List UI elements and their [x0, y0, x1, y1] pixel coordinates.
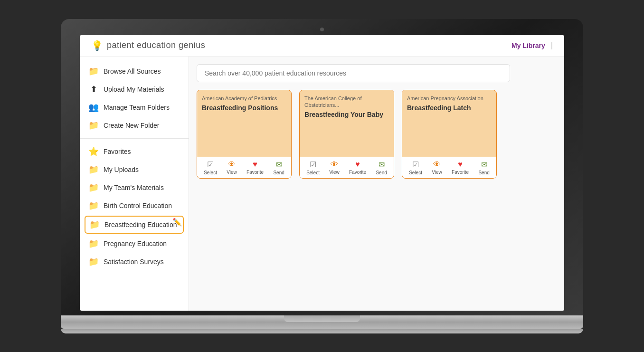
- sidebar-divider: [80, 138, 189, 139]
- content-area: American Academy of Pediatrics Breastfee…: [189, 57, 564, 311]
- manage-team-icon: 👥: [88, 102, 99, 113]
- laptop-screen: 💡 patient education genius My Library |: [80, 35, 564, 311]
- team-materials-label: My Team's Materials: [104, 184, 164, 191]
- sidebar-item-create-folder[interactable]: 📁 Create New Folder: [80, 116, 189, 134]
- eye-icon: 👁: [228, 160, 236, 169]
- pregnancy-label: Pregnancy Education: [104, 240, 167, 247]
- sidebar-item-browse[interactable]: 📁 Browse All Sources: [80, 62, 189, 80]
- card-3-view-btn[interactable]: 👁 View: [432, 160, 442, 175]
- create-folder-label: Create New Folder: [104, 122, 160, 129]
- header-divider: |: [551, 41, 553, 50]
- card-3-source: American Pregnancy Association: [407, 95, 492, 102]
- card-3: American Pregnancy Association Breastfee…: [402, 90, 497, 179]
- pregnancy-icon: 📁: [88, 238, 99, 249]
- sidebar-item-pregnancy[interactable]: 📁 Pregnancy Education: [80, 235, 189, 253]
- card-3-select-btn[interactable]: ☑ Select: [409, 160, 422, 175]
- sidebar-item-breastfeeding[interactable]: 📁 Breastfeeding Education ✏️: [85, 216, 184, 234]
- heart-icon: ♥: [253, 160, 257, 169]
- send-label: Send: [478, 170, 489, 175]
- satisfaction-label: Satisfaction Surveys: [104, 258, 164, 266]
- card-1-send-btn[interactable]: ✉ Send: [273, 160, 284, 175]
- card-3-title: Breastfeeding Latch: [407, 104, 492, 112]
- satisfaction-icon: 📁: [88, 257, 99, 267]
- select-label: Select: [409, 170, 422, 175]
- my-uploads-icon: 📁: [88, 164, 99, 175]
- card-2-thumbnail: The American College of Obstetricians...…: [300, 90, 394, 157]
- card-1-favorite-btn[interactable]: ♥ Favorite: [246, 160, 264, 175]
- card-1-actions: ☑ Select 👁 View ♥ Favor: [197, 157, 291, 178]
- laptop-camera: [320, 28, 324, 31]
- check-icon: ☑: [412, 160, 419, 169]
- sidebar-item-team-materials[interactable]: 📁 My Team's Materials: [80, 179, 189, 197]
- eye-icon: 👁: [331, 160, 338, 169]
- card-2-favorite-btn[interactable]: ♥ Favorite: [349, 160, 366, 175]
- sidebar-item-upload[interactable]: ⬆ Upload My Materials: [80, 80, 189, 98]
- favorite-label: Favorite: [246, 170, 264, 175]
- card-2-select-btn[interactable]: ☑ Select: [306, 160, 320, 175]
- send-label: Send: [273, 170, 284, 175]
- card-1-view-btn[interactable]: 👁 View: [227, 160, 237, 175]
- search-input[interactable]: [197, 64, 510, 82]
- logo-icon: 💡: [91, 40, 103, 51]
- check-icon: ☑: [207, 160, 214, 169]
- header-nav: My Library |: [511, 41, 553, 50]
- select-label: Select: [306, 170, 320, 175]
- card-3-favorite-btn[interactable]: ♥ Favorite: [452, 160, 469, 175]
- card-2-source: The American College of Obstetricians...: [304, 95, 389, 109]
- logo-text: patient education genius: [107, 40, 205, 50]
- header: 💡 patient education genius My Library |: [80, 35, 564, 57]
- sidebar: 📁 Browse All Sources ⬆ Upload My Materia…: [80, 57, 189, 311]
- send-label: Send: [376, 170, 387, 175]
- mail-icon: ✉: [379, 160, 385, 169]
- create-folder-icon: 📁: [88, 120, 99, 131]
- sidebar-item-satisfaction[interactable]: 📁 Satisfaction Surveys: [80, 253, 189, 271]
- breastfeeding-icon: 📁: [89, 219, 100, 230]
- edit-icon: ✏️: [172, 218, 182, 227]
- card-3-thumbnail: American Pregnancy Association Breastfee…: [402, 90, 496, 157]
- mail-icon: ✉: [276, 160, 282, 169]
- birth-control-label: Birth Control Education: [104, 202, 172, 209]
- mail-icon: ✉: [481, 160, 487, 169]
- app-container: 💡 patient education genius My Library |: [80, 35, 564, 311]
- eye-icon: 👁: [433, 160, 441, 169]
- breastfeeding-label: Breastfeeding Education: [104, 221, 177, 228]
- favorites-icon: ⭐: [88, 146, 99, 157]
- card-3-actions: ☑ Select 👁 View ♥ Favor: [402, 157, 496, 178]
- check-icon: ☑: [310, 160, 316, 169]
- view-label: View: [227, 170, 237, 175]
- card-3-send-btn[interactable]: ✉ Send: [478, 160, 489, 175]
- sidebar-item-birth-control[interactable]: 📁 Birth Control Education: [80, 197, 189, 215]
- cards-row: American Academy of Pediatrics Breastfee…: [197, 90, 557, 179]
- browse-label: Browse All Sources: [104, 67, 161, 75]
- card-2-actions: ☑ Select 👁 View ♥ Favor: [300, 157, 394, 178]
- browse-icon: 📁: [88, 66, 99, 76]
- card-2: The American College of Obstetricians...…: [299, 90, 394, 179]
- card-1: American Academy of Pediatrics Breastfee…: [197, 90, 292, 179]
- laptop-trackpad-notch: [284, 315, 360, 322]
- laptop-base: [61, 315, 583, 329]
- heart-icon: ♥: [458, 160, 463, 169]
- card-2-view-btn[interactable]: 👁 View: [329, 160, 340, 175]
- card-1-source: American Academy of Pediatrics: [202, 95, 286, 102]
- birth-control-icon: 📁: [88, 200, 99, 211]
- sidebar-item-favorites[interactable]: ⭐ Favorites: [80, 143, 189, 161]
- favorite-label: Favorite: [452, 170, 469, 175]
- favorites-label: Favorites: [104, 148, 131, 155]
- card-2-send-btn[interactable]: ✉ Send: [376, 160, 387, 175]
- sidebar-item-manage-team[interactable]: 👥 Manage Team Folders: [80, 98, 189, 116]
- my-uploads-label: My Uploads: [104, 166, 139, 173]
- main-content: 📁 Browse All Sources ⬆ Upload My Materia…: [80, 57, 564, 311]
- view-label: View: [329, 170, 340, 175]
- manage-team-label: Manage Team Folders: [104, 104, 170, 111]
- card-1-select-btn[interactable]: ☑ Select: [204, 160, 217, 175]
- heart-icon: ♥: [355, 160, 360, 169]
- sidebar-item-my-uploads[interactable]: 📁 My Uploads: [80, 161, 189, 179]
- my-library-link[interactable]: My Library: [511, 42, 545, 49]
- card-2-title: Breastfeeding Your Baby: [304, 110, 389, 119]
- header-logo: 💡 patient education genius: [91, 40, 205, 51]
- select-label: Select: [204, 170, 217, 175]
- view-label: View: [432, 170, 442, 175]
- favorite-label: Favorite: [349, 170, 366, 175]
- card-1-title: Breastfeeding Positions: [202, 104, 286, 112]
- laptop-foot: [61, 329, 583, 333]
